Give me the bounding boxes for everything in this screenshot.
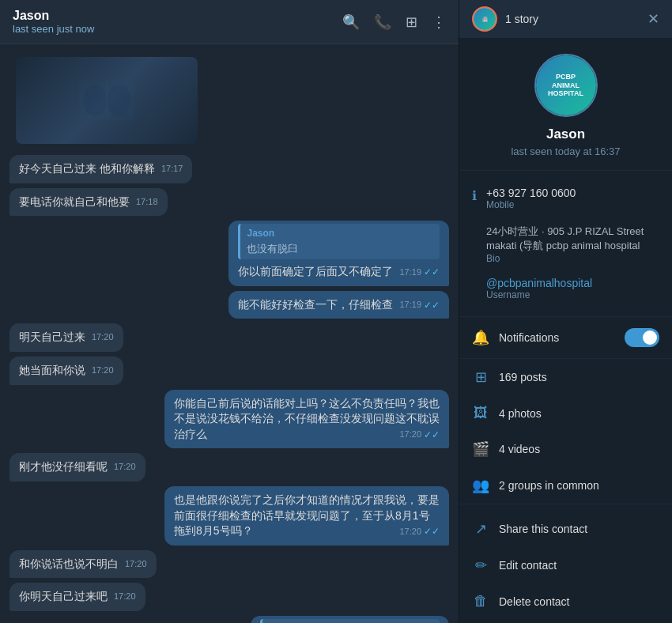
info-icon: ℹ bbox=[472, 188, 477, 203]
list-item: Jason 也没有脱臼 你以前面确定了后面又不确定了 17:19 ✓✓ bbox=[9, 221, 449, 286]
profile-details: ℹ +63 927 160 0600 Mobile 24小时营业 · 905 J… bbox=[459, 171, 672, 317]
edit-contact-label: Edit contact bbox=[499, 559, 557, 572]
avatar-image: PCBPANIMALHOSPITAL bbox=[536, 55, 596, 115]
phone-type-label: Mobile bbox=[486, 199, 659, 210]
more-icon[interactable]: ⋮ bbox=[432, 13, 446, 31]
username-value[interactable]: @pcbpanimalhospital bbox=[486, 277, 659, 289]
messages-container: 好今天自己过来 他和你解释 17:17 要电话你就自己和他要 17:18 Jas… bbox=[0, 44, 459, 623]
photos-count: 4 photos bbox=[499, 407, 542, 420]
list-item: 能不能好好检查一下，仔细检查 17:19 ✓✓ bbox=[9, 291, 449, 319]
message-time: 17:20 bbox=[125, 558, 147, 570]
phone-content: +63 927 160 0600 Mobile 24小时营业 · 905 J.P… bbox=[486, 187, 659, 264]
notifications-row: 🔔 Notifications bbox=[459, 317, 672, 359]
share-icon: ↗ bbox=[472, 520, 489, 538]
chat-contact-status: last seen just now bbox=[13, 23, 94, 35]
groups-count: 2 groups in common bbox=[499, 479, 599, 492]
message-text: 好今天自己过来 他和你解释 bbox=[19, 162, 155, 175]
message-time: 17:20 ✓✓ bbox=[399, 525, 440, 538]
svg-point-2 bbox=[107, 85, 130, 116]
list-item: 你明天自己过来吧 17:20 bbox=[9, 583, 449, 611]
phone-number[interactable]: +63 927 160 0600 bbox=[486, 187, 659, 199]
videos-icon: 🎬 bbox=[472, 440, 489, 458]
bell-icon: 🔔 bbox=[472, 329, 489, 346]
xray-image bbox=[16, 57, 198, 144]
quote-block: Jason 和你说话也说不明白 bbox=[260, 619, 440, 623]
delete-contact-label: Delete contact bbox=[499, 595, 570, 608]
message-time: 17:19 ✓✓ bbox=[399, 266, 440, 279]
message-text: 和你说话也说不明白 bbox=[19, 557, 119, 570]
search-icon[interactable]: 🔍 bbox=[342, 13, 360, 31]
delete-contact-row[interactable]: 🗑 Delete contact bbox=[459, 583, 672, 619]
svg-point-1 bbox=[83, 85, 107, 116]
posts-icon: ⊞ bbox=[472, 368, 489, 386]
photos-stat-row[interactable]: 🖼 4 photos bbox=[459, 395, 672, 431]
videos-count: 4 videos bbox=[499, 443, 540, 455]
share-contact-row[interactable]: ↗ Share this contact bbox=[459, 511, 672, 547]
posts-stat-row[interactable]: ⊞ 169 posts bbox=[459, 359, 672, 395]
message-time: 17:20 bbox=[114, 461, 136, 473]
phone-icon[interactable]: 📞 bbox=[374, 13, 391, 31]
layout-icon[interactable]: ⊞ bbox=[406, 13, 417, 31]
posts-count: 169 posts bbox=[499, 371, 547, 383]
profile-name: Jason bbox=[546, 126, 585, 142]
read-receipt-icon: ✓✓ bbox=[424, 525, 440, 538]
message-bubble: 明天自己过来 17:20 bbox=[9, 323, 123, 352]
story-avatar[interactable]: 🏥 bbox=[472, 6, 497, 32]
message-bubble: Jason 也没有脱臼 你以前面确定了后面又不确定了 17:19 ✓✓ bbox=[228, 221, 449, 286]
close-button[interactable]: ✕ bbox=[647, 10, 659, 28]
profile-avatar[interactable]: PCBPANIMALHOSPITAL bbox=[534, 54, 598, 117]
profile-actions: ↗ Share this contact ✏ Edit contact 🗑 De… bbox=[459, 504, 672, 623]
profile-header: 🏥 1 story ✕ bbox=[459, 0, 672, 38]
message-text: 你以前面确定了后面又不确定了 bbox=[238, 265, 393, 278]
message-time: 17:19 ✓✓ bbox=[399, 299, 440, 312]
chat-panel: Jason last seen just now 🔍 📞 ⊞ ⋮ bbox=[0, 0, 459, 623]
photos-icon: 🖼 bbox=[472, 405, 489, 421]
read-receipt-icon: ✓✓ bbox=[424, 299, 440, 312]
bio-text: 24小时营业 · 905 J.P RIZAL Street makati (导航… bbox=[486, 225, 659, 253]
username-detail-row: ℹ @pcbpanimalhospital Username bbox=[472, 270, 659, 307]
quote-text: 也没有脱臼 bbox=[247, 242, 433, 256]
chat-header-actions: 🔍 📞 ⊞ ⋮ bbox=[342, 13, 446, 31]
profile-last-seen: last seen today at 16:37 bbox=[511, 145, 620, 157]
chat-contact-name: Jason bbox=[13, 9, 94, 23]
profile-panel: 🏥 1 story ✕ PCBPANIMALHOSPITAL Jason las… bbox=[459, 0, 672, 623]
username-field-label: Username bbox=[486, 289, 659, 300]
message-text: 刚才他没仔细看呢 bbox=[19, 460, 108, 473]
message-bubble: 要电话你就自己和他要 17:18 bbox=[9, 188, 168, 217]
quote-block: Jason 也没有脱臼 bbox=[238, 224, 440, 259]
message-bubble: 她当面和你说 17:20 bbox=[9, 357, 123, 385]
profile-header-left: 🏥 1 story bbox=[472, 6, 538, 32]
quote-author: Jason bbox=[247, 227, 433, 240]
list-item: 好今天自己过来 他和你解释 17:17 bbox=[9, 155, 449, 183]
message-text: 明天自己过来 bbox=[19, 330, 85, 343]
profile-info-section: PCBPANIMALHOSPITAL Jason last seen today… bbox=[459, 38, 672, 171]
message-bubble: 你明天自己过来吧 17:20 bbox=[9, 583, 145, 611]
chat-header: Jason last seen just now 🔍 📞 ⊞ ⋮ bbox=[0, 0, 459, 44]
edit-icon: ✏ bbox=[472, 557, 489, 574]
image-message bbox=[16, 57, 198, 144]
list-item: 你能自己前后说的话能对上吗？这么不负责任吗？我也不是说没花钱不给治，不仔细检查没… bbox=[9, 390, 449, 449]
edit-contact-row[interactable]: ✏ Edit contact bbox=[459, 547, 672, 583]
read-receipt-icon: ✓✓ bbox=[424, 266, 440, 279]
message-bubble: 也是他跟你说完了之后你才知道的情况才跟我说，要是前面很仔细检查的话早就发现问题了… bbox=[164, 486, 449, 546]
list-item: 刚才他没仔细看呢 17:20 bbox=[9, 453, 449, 481]
message-text: 你明天自己过来吧 bbox=[19, 590, 108, 602]
message-time: 17:20 bbox=[92, 331, 114, 343]
read-receipt-icon: ✓✓ bbox=[424, 429, 440, 442]
list-item: 明天自己过来 17:20 bbox=[9, 323, 449, 352]
notifications-label: Notifications bbox=[499, 331, 615, 344]
list-item: Jason 和你说话也说不明白 什么叫和我说话说不明白？ 17:21 ✓✓ bbox=[9, 616, 449, 623]
block-user-row[interactable]: 🚫 Block user bbox=[459, 619, 672, 623]
notifications-toggle[interactable] bbox=[625, 328, 659, 347]
story-count-label: 1 story bbox=[505, 13, 538, 25]
message-text: 要电话你就自己和他要 bbox=[19, 195, 130, 208]
message-bubble: 刚才他没仔细看呢 17:20 bbox=[9, 453, 145, 481]
videos-stat-row[interactable]: 🎬 4 videos bbox=[459, 431, 672, 467]
message-text: 她当面和你说 bbox=[19, 364, 85, 376]
profile-stats: ⊞ 169 posts 🖼 4 photos 🎬 4 videos 👥 2 gr… bbox=[459, 359, 672, 504]
message-bubble: 和你说话也说不明白 17:20 bbox=[9, 550, 157, 579]
list-item: 要电话你就自己和他要 17:18 bbox=[9, 188, 449, 217]
groups-stat-row[interactable]: 👥 2 groups in common bbox=[459, 467, 672, 504]
groups-icon: 👥 bbox=[472, 477, 489, 494]
message-bubble: Jason 和你说话也说不明白 什么叫和我说话说不明白？ 17:21 ✓✓ bbox=[251, 616, 449, 623]
